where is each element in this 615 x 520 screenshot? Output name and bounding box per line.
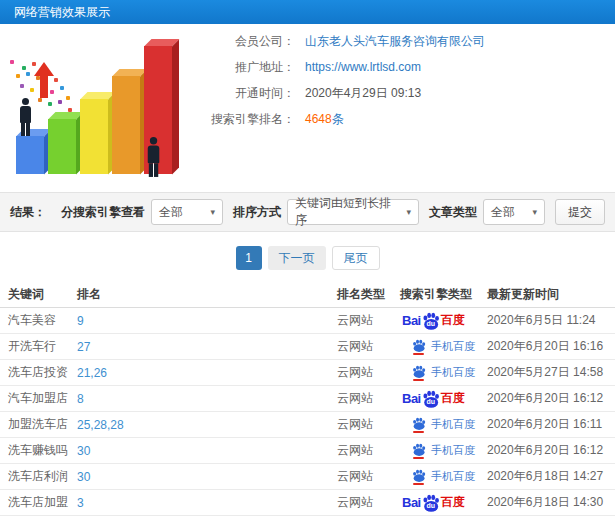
baidu-logo: Bai du 百度 <box>402 390 465 408</box>
ranking-table: 关键词 排名 排名类型 搜索引擎类型 最新更新时间 汽车美容 9 云网站 Bai <box>0 281 615 516</box>
mobile-baidu-logo: 手机百度 <box>412 365 475 381</box>
member-info-panel: 会员公司： 山东老人头汽车服务咨询有限公司 推广地址： https://www.… <box>185 28 610 132</box>
engine-filter-select[interactable]: 全部 ▾ <box>151 199 223 225</box>
updated-time-cell: 2020年6月20日 16:11 <box>487 416 615 433</box>
engine-type-cell: Bai du 百度 <box>400 390 487 408</box>
rank-type-cell: 云网站 <box>337 442 400 459</box>
updated-time-cell: 2020年6月18日 14:27 <box>487 468 615 485</box>
up-arrow-icon <box>34 62 54 98</box>
baidu-paw-icon: du <box>422 390 440 408</box>
last-page-button[interactable]: 尾页 <box>332 246 380 270</box>
table-row: 洗车赚钱吗 30 云网站 Bai du 百度 <box>0 438 615 464</box>
rank-type-cell: 云网站 <box>337 416 400 433</box>
table-header-row: 关键词 排名 排名类型 搜索引擎类型 最新更新时间 <box>0 281 615 308</box>
table-row: 洗车店投资 21,26 云网站 Bai du 百度 <box>0 360 615 386</box>
open-time-value: 2020年4月29日 09:13 <box>305 85 421 102</box>
col-header-rank: 排名 <box>77 286 337 303</box>
filter-bar: 结果： 分搜索引擎查看 全部 ▾ 排序方式 关键词由短到长排序 ▾ 文章类型 全… <box>0 192 615 232</box>
updated-time-cell: 2020年6月20日 16:12 <box>487 390 615 407</box>
table-row: 洗车店利润 30 云网站 Bai du 百度 <box>0 464 615 490</box>
page-title: 网络营销效果展示 <box>14 5 110 19</box>
engine-type-cell: Bai du 百度 <box>400 494 487 512</box>
rank-count-value[interactable]: 4648条 <box>305 111 344 128</box>
confetti-decoration <box>10 60 14 64</box>
rank-value-link[interactable]: 9 <box>77 314 84 328</box>
updated-time-cell: 2020年5月27日 14:58 <box>487 364 615 381</box>
mobile-baidu-logo: 手机百度 <box>412 339 475 355</box>
chevron-down-icon: ▾ <box>406 207 411 217</box>
updated-time-cell: 2020年6月20日 16:12 <box>487 442 615 459</box>
keyword-cell: 洗车店加盟 <box>0 494 77 511</box>
table-row: 加盟洗车店 25,28,28 云网站 Bai du 百度 <box>0 412 615 438</box>
table-body: 汽车美容 9 云网站 Bai du 百度 <box>0 308 615 516</box>
chart-bar-green <box>48 119 76 174</box>
keyword-cell: 汽车加盟店 <box>0 390 77 407</box>
engine-type-cell: Bai du 百度 <box>400 443 487 459</box>
pagination: 1 下一页 尾页 <box>0 246 615 270</box>
sort-filter-label: 排序方式 <box>233 204 281 221</box>
growth-chart-illustration <box>4 26 184 190</box>
article-type-select[interactable]: 全部 ▾ <box>483 199 545 225</box>
col-header-engine-type: 搜索引擎类型 <box>400 286 487 303</box>
rank-value-link[interactable]: 30 <box>77 470 90 484</box>
mobile-baidu-logo: 手机百度 <box>412 417 475 433</box>
updated-time-cell: 2020年6月5日 11:24 <box>487 312 615 329</box>
mobile-baidu-paw-icon <box>412 469 426 485</box>
table-row: 汽车加盟店 8 云网站 Bai du 百度 <box>0 386 615 412</box>
chart-bar-yellow <box>80 99 108 174</box>
rank-value-link[interactable]: 3 <box>77 496 84 510</box>
baidu-logo: Bai du 百度 <box>402 312 465 330</box>
businessman-figure-right <box>146 137 161 177</box>
engine-type-cell: Bai du 百度 <box>400 469 487 485</box>
rank-type-cell: 云网站 <box>337 494 400 511</box>
rank-type-cell: 云网站 <box>337 364 400 381</box>
chevron-down-icon: ▾ <box>210 207 215 217</box>
page-header: 网络营销效果展示 <box>0 0 615 24</box>
rank-value-link[interactable]: 30 <box>77 444 90 458</box>
promo-url-label: 推广地址： <box>185 59 295 76</box>
rank-value-link[interactable]: 25,28,28 <box>77 418 124 432</box>
table-row: 洗车店加盟 3 云网站 Bai du 百度 <box>0 490 615 516</box>
sort-filter-select[interactable]: 关键词由短到长排序 ▾ <box>287 199 419 225</box>
col-header-keyword: 关键词 <box>0 286 77 303</box>
chart-bar-blue <box>16 136 44 174</box>
keyword-cell: 汽车美容 <box>0 312 77 329</box>
promo-url-link[interactable]: https://www.lrtlsd.com <box>305 60 421 74</box>
result-section-label: 结果： <box>10 204 46 221</box>
info-row-open-time: 开通时间： 2020年4月29日 09:13 <box>185 80 610 106</box>
submit-button[interactable]: 提交 <box>555 199 605 225</box>
rank-value-link[interactable]: 27 <box>77 340 90 354</box>
engine-filter-label: 分搜索引擎查看 <box>61 204 145 221</box>
rank-type-cell: 云网站 <box>337 312 400 329</box>
info-row-url: 推广地址： https://www.lrtlsd.com <box>185 54 610 80</box>
keyword-cell: 开洗车行 <box>0 338 77 355</box>
engine-type-cell: Bai du 百度 <box>400 339 487 355</box>
rank-type-cell: 云网站 <box>337 338 400 355</box>
keyword-cell: 洗车店投资 <box>0 364 77 381</box>
mobile-baidu-paw-icon <box>412 443 426 459</box>
col-header-rank-type: 排名类型 <box>337 286 400 303</box>
info-row-member: 会员公司： 山东老人头汽车服务咨询有限公司 <box>185 28 610 54</box>
chart-bar-orange <box>112 76 140 174</box>
col-header-updated: 最新更新时间 <box>487 286 615 303</box>
businessman-figure-left <box>18 98 32 136</box>
chevron-down-icon: ▾ <box>532 207 537 217</box>
rank-type-cell: 云网站 <box>337 390 400 407</box>
updated-time-cell: 2020年6月20日 16:16 <box>487 338 615 355</box>
baidu-logo: Bai du 百度 <box>402 494 465 512</box>
updated-time-cell: 2020年6月18日 14:30 <box>487 494 615 511</box>
member-company-link[interactable]: 山东老人头汽车服务咨询有限公司 <box>305 33 485 50</box>
mobile-baidu-paw-icon <box>412 365 426 381</box>
engine-type-cell: Bai du 百度 <box>400 312 487 330</box>
mobile-baidu-paw-icon <box>412 417 426 433</box>
info-row-rank-count: 搜索引擎排名： 4648条 <box>185 106 610 132</box>
member-company-label: 会员公司： <box>185 33 295 50</box>
baidu-paw-icon: du <box>422 312 440 330</box>
keyword-cell: 洗车赚钱吗 <box>0 442 77 459</box>
page-number-current[interactable]: 1 <box>236 246 262 270</box>
next-page-button[interactable]: 下一页 <box>268 246 326 270</box>
table-row: 开洗车行 27 云网站 Bai du 百度 <box>0 334 615 360</box>
rank-value-link[interactable]: 8 <box>77 392 84 406</box>
open-time-label: 开通时间： <box>185 85 295 102</box>
rank-value-link[interactable]: 21,26 <box>77 366 107 380</box>
